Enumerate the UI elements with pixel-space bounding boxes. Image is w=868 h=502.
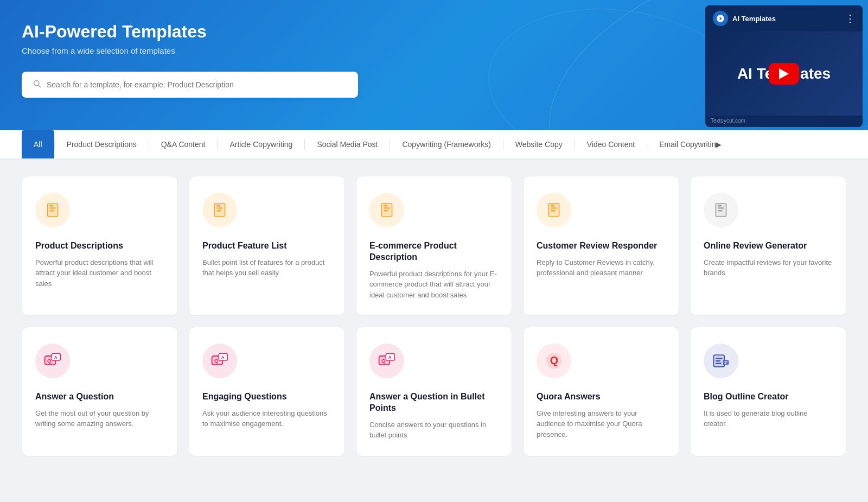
video-menu-button[interactable]: ⋮ (845, 12, 855, 24)
card-quora-answers[interactable]: Q Quora Answers Give interesting answers… (523, 327, 679, 456)
tab-product-descriptions[interactable]: Product Descriptions (55, 130, 149, 160)
card-answer-a-question[interactable]: Q A Answer a Question Get the most out o… (22, 327, 178, 456)
tab-email-copywriting[interactable]: Email Copywritin▶ (647, 130, 733, 160)
svg-rect-24 (718, 207, 724, 208)
card-icon-wrap (369, 193, 404, 227)
card-icon-wrap (537, 193, 571, 227)
svg-text:A: A (221, 355, 225, 360)
card-icon-wrap: Q A (35, 344, 70, 378)
card-desc: Give interesting answers to your audienc… (537, 408, 666, 440)
cards-section: Product Descriptions Powerful product de… (0, 160, 868, 473)
qa-icon: Q A (43, 351, 62, 371)
doc-icon (44, 201, 61, 219)
tab-copywriting-frameworks[interactable]: Copywriting (Frameworks) (390, 130, 502, 160)
svg-rect-20 (551, 210, 555, 211)
card-desc: Create impactful reviews for your favori… (704, 257, 833, 278)
card-title: Customer Review Responder (537, 240, 666, 252)
card-title: Product Descriptions (35, 240, 164, 252)
tab-article-copywriting[interactable]: Article Copywriting (218, 130, 304, 160)
card-title: Answer a Question (35, 391, 164, 403)
qa-icon: Q A (377, 351, 397, 371)
tab-website-copy[interactable]: Website Copy (503, 130, 575, 160)
quora-icon: Q (544, 351, 564, 371)
card-icon-wrap (35, 193, 70, 227)
cards-row-2: Q A Answer a Question Get the most out o… (22, 327, 846, 456)
svg-rect-26 (718, 205, 721, 206)
doc-icon (378, 201, 395, 219)
svg-rect-21 (551, 205, 554, 206)
card-blog-outline-creator[interactable]: Blog Outline Creator It is used to gener… (690, 327, 846, 456)
card-title: Quora Answers (537, 391, 666, 403)
card-product-descriptions[interactable]: Product Descriptions Powerful product de… (22, 176, 178, 316)
video-title: AI Templates (732, 15, 776, 23)
video-widget-header: AI Templates ⋮ (705, 5, 863, 31)
tab-all[interactable]: All (22, 130, 54, 160)
cards-row-1: Product Descriptions Powerful product de… (22, 176, 846, 316)
card-desc: Powerful product descriptions for your E… (369, 269, 499, 301)
video-footer: Textoycut.com (705, 116, 863, 127)
search-input[interactable] (47, 80, 347, 89)
card-desc: It is used to generate blog outline crea… (704, 408, 833, 429)
svg-rect-11 (216, 205, 220, 206)
header: AI-Powered Templates Choose from a wide … (0, 0, 868, 130)
svg-text:A: A (388, 355, 392, 360)
card-icon-wrap (202, 193, 237, 227)
svg-text:Q: Q (47, 358, 52, 364)
tab-social-media-post[interactable]: Social Media Post (305, 130, 390, 160)
card-desc: Concise answers to your questions in bul… (369, 420, 499, 441)
svg-rect-9 (216, 207, 222, 208)
play-button[interactable] (769, 63, 799, 85)
card-customer-review-responder[interactable]: Customer Review Responder Reply to Custo… (523, 176, 679, 316)
card-icon-wrap: Q A (202, 344, 237, 378)
card-icon-wrap (704, 344, 738, 378)
svg-rect-4 (49, 207, 55, 208)
card-answer-question-bullet-points[interactable]: Q A Answer a Question in Bullet Points C… (356, 327, 512, 456)
svg-text:A: A (54, 355, 58, 360)
video-avatar (713, 11, 728, 26)
svg-rect-47 (716, 360, 720, 361)
doc-icon (211, 201, 228, 219)
tab-qa-content[interactable]: Q&A Content (149, 130, 218, 160)
svg-rect-49 (723, 360, 729, 365)
svg-rect-10 (216, 210, 221, 211)
qa-icon: Q A (210, 351, 229, 371)
card-title: Product Feature List (202, 240, 331, 252)
card-desc: Reply to Customer Reviews in catchy, pro… (537, 257, 666, 278)
video-thumbnail[interactable]: AI Templates (705, 31, 863, 116)
card-desc: Ask your audience interesting questions … (202, 408, 331, 429)
card-engaging-questions[interactable]: Q A Engaging Questions Ask your audience… (189, 327, 345, 456)
svg-rect-6 (49, 205, 53, 206)
svg-rect-15 (384, 210, 388, 211)
svg-rect-14 (384, 207, 390, 208)
svg-rect-19 (551, 207, 557, 208)
filter-tabs: All Product Descriptions Q&A Content Art… (0, 130, 868, 160)
card-title: Online Review Generator (704, 240, 833, 252)
svg-text:Q: Q (381, 358, 386, 364)
card-desc: Get the most out of your question by wri… (35, 408, 164, 429)
svg-rect-16 (384, 205, 387, 206)
card-product-feature-list[interactable]: Product Feature List Bullet point list o… (189, 176, 345, 316)
card-title: Blog Outline Creator (704, 391, 833, 403)
svg-rect-5 (49, 210, 54, 211)
card-icon-wrap (704, 193, 738, 227)
card-ecommerce-product-description[interactable]: E-commerce Product Description Powerful … (356, 176, 512, 316)
card-online-review-generator[interactable]: Online Review Generator Create impactful… (690, 176, 846, 316)
card-desc: Powerful product descriptions that will … (35, 257, 164, 289)
card-title: Answer a Question in Bullet Points (369, 391, 499, 414)
svg-text:Q: Q (550, 354, 558, 366)
search-icon (33, 79, 41, 90)
svg-line-1 (39, 85, 41, 87)
search-bar (22, 72, 358, 98)
video-header-left: AI Templates (713, 11, 776, 26)
card-title: E-commerce Product Description (369, 240, 499, 263)
svg-rect-25 (718, 210, 722, 211)
tab-video-content[interactable]: Video Content (575, 130, 647, 160)
svg-rect-48 (716, 363, 722, 364)
card-title: Engaging Questions (202, 391, 331, 403)
card-icon-wrap: Q A (369, 344, 404, 378)
doc-icon (545, 201, 563, 219)
blog-icon (711, 351, 731, 371)
svg-text:Q: Q (214, 358, 219, 364)
card-desc: Bullet point list of features for a prod… (202, 257, 331, 278)
svg-rect-46 (716, 358, 723, 359)
